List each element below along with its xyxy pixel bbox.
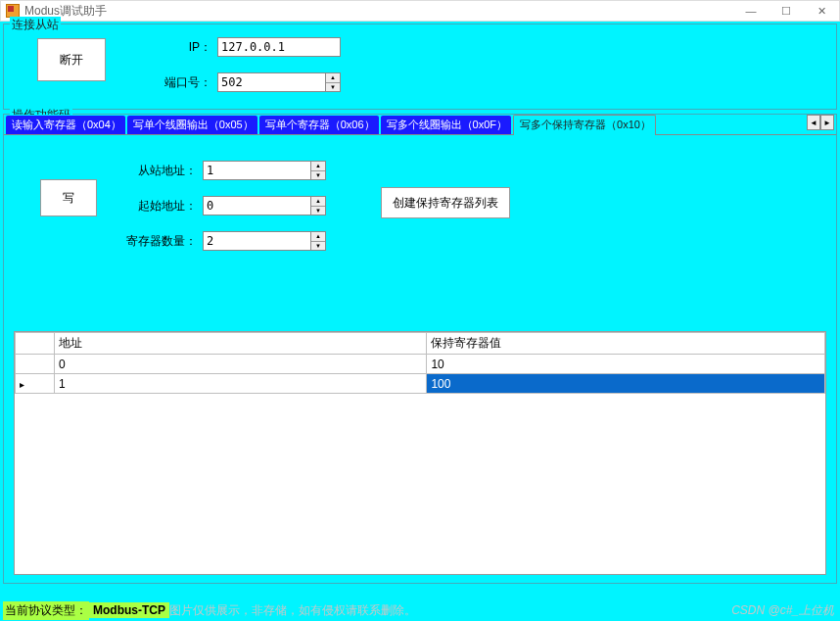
port-down-icon[interactable]: ▼ [326,83,340,92]
minimize-button[interactable]: — [733,1,769,21]
tab-0x05[interactable]: 写单个线圈输出（0x05） [127,116,257,134]
ip-input[interactable] [217,37,341,57]
status-value: Modbus-TCP [89,602,169,618]
tab-scroll-right-icon[interactable]: ► [820,115,834,130]
qty-stepper[interactable]: ▲▼ [203,231,326,251]
port-up-icon[interactable]: ▲ [326,73,340,83]
cell-addr[interactable]: 1 [55,374,427,394]
col-value[interactable]: 保持寄存器值 [427,333,825,355]
status-note: 图片仅供展示，非存储，如有侵权请联系删除。 [169,602,416,619]
col-address[interactable]: 地址 [55,333,427,355]
status-bar: 当前协议类型： Modbus-TCP 图片仅供展示，非存储，如有侵权请联系删除。 [3,601,416,619]
watermark: CSDN @c#_上位机 [731,602,834,619]
tab-0x06[interactable]: 写单个寄存器（0x06） [259,116,379,134]
titlebar: Modus调试助手 — ☐ ✕ [0,0,840,22]
grid-header-row: 地址 保持寄存器值 [16,333,825,355]
qty-up-icon[interactable]: ▲ [311,232,325,242]
start-input[interactable] [203,196,310,215]
row-header[interactable]: ▸ [16,374,55,394]
start-down-icon[interactable]: ▼ [311,207,325,215]
cell-addr[interactable]: 0 [55,355,427,374]
start-up-icon[interactable]: ▲ [311,197,325,207]
qty-down-icon[interactable]: ▼ [311,242,325,251]
start-stepper[interactable]: ▲▼ [203,196,326,215]
qty-input[interactable] [203,231,310,251]
tab-scroll-left-icon[interactable]: ◄ [807,115,820,130]
slave-label: 从站地址： [126,163,197,179]
client-area: 连接从站 断开 IP： 端口号： ▲▼ 操作功能码 读输入寄存器（ [0,22,840,621]
function-group: 操作功能码 读输入寄存器（0x04） 写单个线圈输出（0x05） 写单个寄存器（… [3,114,837,584]
status-label: 当前协议类型： [3,601,89,620]
slave-up-icon[interactable]: ▲ [311,162,325,171]
tab-0x04[interactable]: 读输入寄存器（0x04） [6,116,125,134]
cell-val[interactable]: 10 [427,355,825,374]
port-input[interactable] [217,72,325,92]
connection-legend: 连接从站 [10,17,61,33]
close-button[interactable]: ✕ [804,1,839,21]
write-button[interactable]: 写 [40,179,97,216]
connection-group: 连接从站 断开 IP： 端口号： ▲▼ [3,24,837,110]
row-header[interactable] [16,355,55,374]
create-list-button[interactable]: 创建保持寄存器列表 [381,187,510,218]
table-row[interactable]: ▸ 1 100 [16,374,825,394]
slave-input[interactable] [203,161,310,180]
table-row[interactable]: 0 10 [16,355,825,374]
tab-0x0f[interactable]: 写多个线圈输出（0x0F） [381,116,511,134]
tab-page-0x10: 写 从站地址： ▲▼ 起始地址： ▲▼ [4,134,836,581]
app-icon [6,4,20,18]
port-stepper[interactable]: ▲▼ [217,72,341,92]
maximize-button[interactable]: ☐ [769,1,804,21]
grid-corner [16,333,55,355]
current-row-icon: ▸ [20,379,24,390]
slave-stepper[interactable]: ▲▼ [203,161,326,180]
slave-down-icon[interactable]: ▼ [311,171,325,180]
start-label: 起始地址： [126,198,197,215]
tab-strip: 读输入寄存器（0x04） 写单个线圈输出（0x05） 写单个寄存器（0x06） … [4,115,836,134]
tab-0x10[interactable]: 写多个保持寄存器（0x10） [513,115,656,135]
disconnect-button[interactable]: 断开 [37,38,106,81]
register-grid[interactable]: 地址 保持寄存器值 0 10 ▸ 1 100 [14,331,826,575]
ip-label: IP： [164,39,211,56]
cell-val[interactable]: 100 [427,374,825,394]
port-label: 端口号： [164,74,211,91]
qty-label: 寄存器数量： [126,233,197,250]
